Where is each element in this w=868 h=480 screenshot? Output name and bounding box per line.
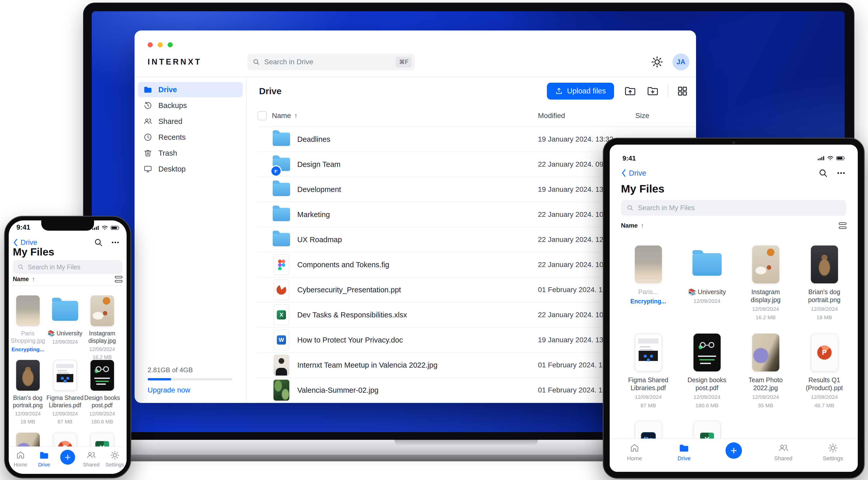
upload-folder-button[interactable] — [624, 85, 637, 98]
chevron-left-icon — [13, 238, 18, 247]
pdf-thumbnail — [693, 334, 721, 372]
folder-icon — [272, 229, 291, 250]
drive-folder-icon — [144, 85, 152, 94]
drive-search-input[interactable] — [264, 58, 396, 66]
sidebar-item-recents[interactable]: Recents — [138, 130, 243, 145]
sort-arrow: ↑ — [641, 222, 644, 229]
mobile-search-bar[interactable] — [621, 200, 846, 216]
folder-icon — [692, 253, 722, 276]
sidebar-item-label: Backups — [158, 101, 187, 110]
sidebar-item-backups[interactable]: Backups — [138, 98, 243, 113]
list-view-toggle[interactable] — [839, 222, 846, 229]
phone-notch — [41, 220, 94, 231]
signal-icon — [818, 156, 825, 161]
tab-home[interactable]: Home — [610, 443, 659, 462]
more-menu-icon[interactable] — [836, 168, 846, 178]
tab-shared[interactable]: Shared — [80, 450, 103, 468]
sort-control[interactable]: Name↑ — [13, 276, 123, 283]
tab-settings[interactable]: Settings — [808, 443, 858, 462]
user-avatar[interactable]: JA — [673, 54, 689, 70]
file-grid-item[interactable]: Paris... Encrypting... — [619, 245, 678, 321]
file-grid-item[interactable]: Brian's dog portrait.png 12/09/2024 18 M… — [795, 245, 854, 321]
add-new-fab[interactable]: + — [709, 443, 758, 459]
sidebar: Drive Backups Shared Recents Trash — [134, 77, 247, 403]
plus-icon[interactable]: + — [725, 442, 742, 459]
photo-thumbnail — [16, 360, 40, 391]
new-folder-button[interactable] — [646, 85, 659, 98]
sidebar-item-desktop[interactable]: Desktop — [138, 161, 243, 177]
powerpoint-file-icon: P — [811, 334, 838, 372]
file-grid-item[interactable]: P Results Q1 (Product).ppt 12/09/2024 48… — [795, 333, 854, 409]
drive-search-bar[interactable]: ⌘F — [247, 54, 415, 70]
mobile-search-input[interactable] — [27, 263, 118, 271]
back-to-drive-button[interactable]: Drive — [621, 169, 646, 177]
window-minimize-button[interactable] — [158, 42, 163, 47]
sidebar-item-label: Trash — [158, 149, 177, 158]
tab-home[interactable]: Home — [9, 450, 32, 468]
search-icon[interactable] — [94, 238, 103, 247]
add-new-fab[interactable]: + — [56, 450, 80, 465]
search-icon[interactable] — [818, 168, 828, 178]
window-close-button[interactable] — [148, 42, 153, 47]
internxt-logo: INTERNXT — [148, 57, 233, 67]
column-header-size[interactable]: Size — [635, 112, 696, 120]
pdf-thumbnail — [53, 360, 77, 391]
monitor-icon — [144, 165, 152, 173]
more-menu-icon[interactable] — [111, 238, 120, 247]
upgrade-now-link[interactable]: Upgrade now — [148, 386, 232, 394]
toolbar-divider — [668, 84, 669, 98]
upload-files-button[interactable]: Upload files — [547, 83, 614, 100]
file-grid-item[interactable]: Team Photo 2022.jpg 12/09/2024 35 MB — [736, 333, 795, 409]
trash-icon — [144, 149, 152, 158]
file-grid-item[interactable]: Instagram display.jpg 12/09/2024 16.2 MB — [736, 245, 795, 321]
status-icons — [818, 156, 845, 161]
back-to-drive-button[interactable]: Drive — [13, 238, 37, 247]
mobile-search-input[interactable] — [638, 204, 841, 212]
mobile-search-bar[interactable] — [13, 260, 123, 274]
photo-thumbnail — [272, 379, 291, 401]
window-zoom-button[interactable] — [167, 42, 173, 47]
file-grid-item[interactable]: Paris Shopping.jpg Encrypting... — [9, 295, 46, 361]
file-grid-item[interactable]: Instagram display.jpg 12/09/2024 16.2 MB — [84, 295, 121, 361]
settings-gear-button[interactable] — [651, 56, 663, 68]
tab-drive[interactable]: Drive — [659, 443, 709, 462]
sidebar-item-drive[interactable]: Drive — [138, 82, 243, 97]
sort-control[interactable]: Name↑ — [621, 222, 846, 229]
column-header-modified[interactable]: Modified — [538, 112, 635, 120]
folder-grid-item[interactable]: 📚 University 12/09/2024 — [46, 295, 84, 361]
photo-thumbnail — [635, 245, 662, 283]
sidebar-item-shared[interactable]: Shared — [138, 114, 243, 129]
file-grid-item[interactable]: Figma Shared Libraries.pdf 12/09/2024 87… — [619, 333, 678, 409]
file-grid-item[interactable]: Brian's dog portrait.png 12/09/2024 18 M… — [9, 359, 46, 425]
sidebar-item-trash[interactable]: Trash — [138, 145, 243, 161]
drive-folder-icon — [679, 443, 689, 453]
folder-grid-item[interactable]: 📚 University 12/09/2024 — [678, 245, 736, 321]
sort-arrow: ↑ — [32, 276, 35, 283]
sort-arrow: ↑ — [294, 112, 298, 119]
tab-settings[interactable]: Settings — [103, 450, 127, 468]
storage-meter: 2.81GB of 4GB Upgrade now — [148, 366, 232, 394]
file-grid-item[interactable]: Figma Shared Libraries.pdf 12/09/2024 87… — [46, 359, 84, 425]
plus-icon[interactable]: + — [60, 450, 75, 465]
folder-icon — [52, 301, 78, 321]
storage-usage-text: 2.81GB of 4GB — [148, 366, 232, 374]
home-icon — [629, 443, 640, 453]
table-header: Name↑ Modified Size — [257, 105, 696, 127]
people-icon — [778, 443, 788, 453]
laptop-base-notch — [394, 440, 538, 446]
pdf-thumbnail — [635, 334, 662, 372]
window-controls — [148, 42, 173, 47]
file-grid-item[interactable]: Design books post.pdf 12/09/2024 180.6 M… — [678, 333, 736, 409]
pdf-thumbnail — [90, 360, 114, 391]
grid-view-toggle[interactable] — [676, 85, 689, 98]
select-all-checkbox[interactable] — [257, 111, 267, 120]
wifi-icon — [101, 226, 108, 230]
storage-progress-fill — [148, 378, 171, 380]
tab-drive[interactable]: Drive — [32, 450, 56, 468]
list-view-toggle[interactable] — [115, 276, 123, 282]
column-header-name[interactable]: Name↑ — [272, 112, 538, 120]
encrypting-status: Encrypting... — [11, 346, 44, 352]
tab-shared[interactable]: Shared — [758, 443, 808, 462]
sidebar-item-label: Desktop — [158, 165, 186, 173]
file-grid-item[interactable]: Design books post.pdf 12/09/2024 180.6 M… — [84, 359, 121, 425]
